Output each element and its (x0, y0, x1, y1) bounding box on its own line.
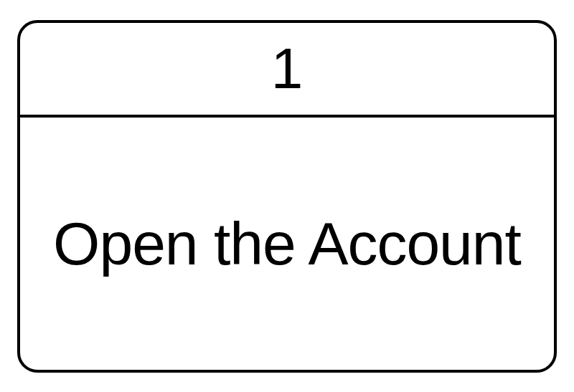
step-title: Open the Account (53, 211, 521, 277)
step-card: 1 Open the Account (17, 20, 557, 373)
step-header: 1 (20, 23, 554, 118)
step-body: Open the Account (20, 118, 554, 370)
step-number: 1 (271, 40, 304, 97)
